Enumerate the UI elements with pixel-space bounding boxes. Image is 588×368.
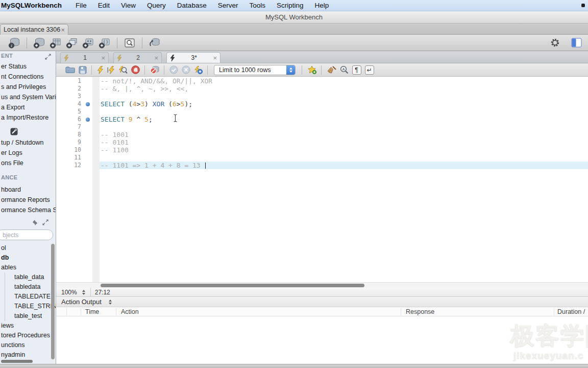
code-line[interactable]: 1-- not/!, AND/&&, OR/||, XOR <box>56 77 588 85</box>
code-text[interactable]: -- &, |, ^, ~, >>, <<, <box>100 85 588 93</box>
schema-search-input[interactable] <box>0 229 53 240</box>
refresh-icon[interactable] <box>32 219 38 227</box>
sidebar-item[interactable]: ormance Schema Set <box>0 205 56 215</box>
code-text[interactable]: -- not/!, AND/&&, OR/||, XOR <box>100 77 588 85</box>
tree-item[interactable]: ables <box>0 263 52 272</box>
menu-item-view[interactable]: View <box>115 2 141 9</box>
menu-item-file[interactable]: File <box>70 2 92 9</box>
create-schema-icon[interactable] <box>33 37 45 49</box>
tree-item[interactable]: db <box>0 253 52 263</box>
tree-item[interactable]: table_test <box>5 311 52 321</box>
code-line[interactable]: 4SELECT (4>3) XOR (6>5); <box>56 100 588 108</box>
code-text[interactable]: -- 0101 <box>100 139 588 146</box>
tree-item[interactable]: TABLEDATE <box>5 292 52 302</box>
menu-item-tools[interactable]: Tools <box>243 2 271 9</box>
scrollbar-thumb[interactable] <box>101 284 364 287</box>
create-table-icon[interactable] <box>50 37 62 49</box>
output-panel-selector-icon[interactable] <box>109 300 112 305</box>
tree-item[interactable]: nyadmin <box>0 350 52 360</box>
tree-item[interactable]: tored Procedures <box>0 331 52 340</box>
sidebar-item[interactable]: a Import/Restore <box>0 112 56 123</box>
column-header-action[interactable]: Action <box>121 308 139 315</box>
tree-item[interactable]: TABLE_STRING <box>5 302 52 311</box>
menu-item-database[interactable]: Database <box>172 2 212 9</box>
sidebar-item[interactable]: er Logs <box>0 148 56 158</box>
tree-item[interactable]: ol <box>0 243 52 253</box>
sidebar-item[interactable]: nt Connections <box>0 72 56 82</box>
stop-on-error-icon[interactable] <box>150 65 159 74</box>
code-line[interactable]: 8-- 1001 <box>56 131 588 139</box>
code-line[interactable]: 6SELECT 9 ^ 5; <box>56 116 588 123</box>
sidebar-item[interactable]: ons File <box>0 158 56 168</box>
code-line[interactable]: 12-- 1101 => 1 + 4 + 8 = 13 <box>56 162 588 169</box>
code-text[interactable] <box>100 123 588 131</box>
query-tab[interactable]: 2× <box>113 52 162 63</box>
autocommit-icon[interactable] <box>194 66 203 74</box>
query-tab[interactable]: 1× <box>60 52 109 63</box>
sidebar-item[interactable]: s and Privileges <box>0 82 56 92</box>
code-line[interactable]: 7 <box>56 123 588 131</box>
reconnect-db-icon[interactable] <box>149 37 161 49</box>
search-icon[interactable] <box>124 37 136 49</box>
execute-icon[interactable] <box>97 66 104 74</box>
code-text[interactable] <box>100 93 588 100</box>
code-text[interactable]: -- 1001 <box>100 131 588 139</box>
code-text[interactable]: -- 1101 => 1 + 4 + 8 = 13 <box>100 162 588 169</box>
code-line[interactable]: 11 <box>56 154 588 162</box>
create-view-icon[interactable] <box>66 37 78 49</box>
sidebar-item[interactable]: us and System Variab <box>0 92 56 102</box>
expand-icon[interactable] <box>42 219 48 227</box>
close-tab-icon[interactable]: × <box>154 55 158 61</box>
column-header-response[interactable]: Response <box>406 308 434 315</box>
open-file-icon[interactable] <box>65 66 75 74</box>
zoom-stepper-icon[interactable] <box>82 290 85 295</box>
preferences-gear-icon[interactable] <box>550 38 560 48</box>
column-header-time[interactable]: Time <box>85 308 99 315</box>
create-procedure-icon[interactable] <box>82 37 94 49</box>
code-line[interactable]: 10-- 1100 <box>56 146 588 154</box>
explain-icon[interactable] <box>118 66 128 74</box>
code-line[interactable]: 5 <box>56 108 588 116</box>
app-menu[interactable]: MySQLWorkbench <box>1 2 62 9</box>
code-line[interactable]: 2-- &, |, ^, ~, >>, <<, <box>56 85 588 93</box>
tree-item[interactable]: table_data <box>5 272 52 282</box>
row-limit-select[interactable]: Limit to 1000 rows <box>214 65 296 75</box>
tree-item[interactable]: iews <box>0 321 52 331</box>
connection-tab[interactable]: Local instance 3306 × <box>0 24 68 35</box>
sidebar-item[interactable]: hboard <box>0 185 56 195</box>
code-line[interactable]: 9-- 0101 <box>56 139 588 146</box>
sidebar-item[interactable]: er Status <box>0 61 56 72</box>
create-function-icon[interactable]: () <box>99 37 111 49</box>
expand-icon[interactable] <box>45 54 51 61</box>
find-icon[interactable]: A <box>340 65 349 74</box>
menu-item-server[interactable]: Server <box>212 2 244 9</box>
code-text[interactable]: SELECT (4>3) XOR (6>5); <box>100 100 588 108</box>
stop-icon[interactable] <box>131 65 140 74</box>
close-tab-icon[interactable]: × <box>213 55 217 61</box>
invisible-chars-icon[interactable]: ¶ <box>352 65 361 75</box>
sidebar-item[interactable]: ormance Reports <box>0 195 56 205</box>
sidebar-item[interactable]: tup / Shutdown <box>0 137 56 148</box>
sidebar-toggle-icon[interactable] <box>571 38 582 48</box>
save-icon[interactable] <box>79 66 87 74</box>
close-tab-icon[interactable]: × <box>101 55 105 61</box>
menu-item-edit[interactable]: Edit <box>92 2 115 9</box>
code-text[interactable]: -- 1100 <box>100 146 588 154</box>
menu-item-help[interactable]: Help <box>309 2 334 9</box>
query-tab[interactable]: 3*× <box>166 52 220 63</box>
sidebar-horizontal-scrollbar[interactable] <box>1 360 33 363</box>
save-snippet-icon[interactable] <box>307 65 316 74</box>
tree-item[interactable]: unctions <box>0 340 52 350</box>
sql-editor[interactable]: 1-- not/!, AND/&&, OR/||, XOR2-- &, |, ^… <box>56 77 588 282</box>
management-info-icon[interactable]: i <box>8 37 20 49</box>
tree-item[interactable]: tabledata <box>5 282 52 292</box>
execute-current-icon[interactable] <box>107 66 115 74</box>
commit-icon[interactable] <box>169 65 178 74</box>
menu-item-scripting[interactable]: Scripting <box>271 2 309 9</box>
sidebar-item[interactable]: a Export <box>0 102 56 112</box>
menu-item-query[interactable]: Query <box>141 2 172 9</box>
wrap-text-icon[interactable]: ↵ <box>365 65 374 75</box>
sidebar-vertical-scrollbar[interactable] <box>51 244 55 359</box>
beautify-icon[interactable] <box>327 66 336 74</box>
close-icon[interactable]: × <box>61 27 65 33</box>
